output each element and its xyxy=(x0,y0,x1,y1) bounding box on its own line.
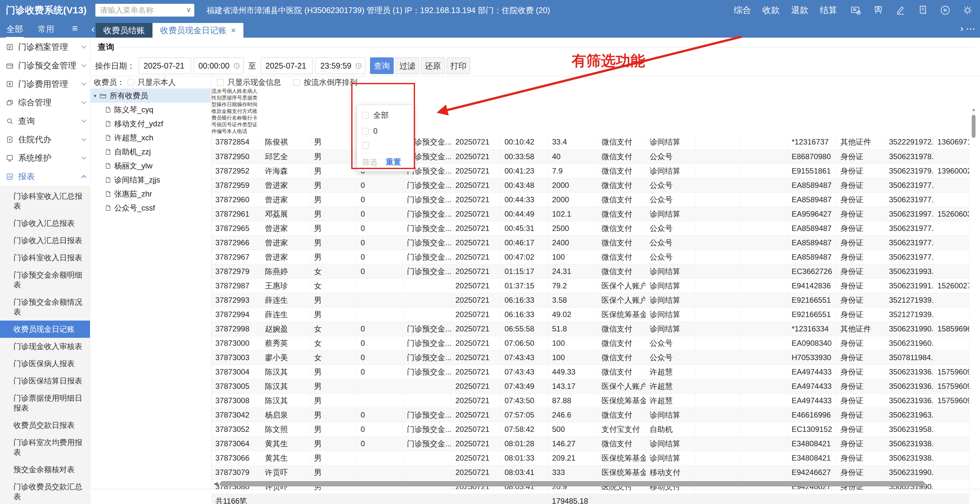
tree-item-cashier-1[interactable]: 移动支付_ydzf xyxy=(91,117,211,131)
sidebar-report-item-11[interactable]: 收费员交款日报表 xyxy=(0,417,90,434)
horizontal-scroll-thumb[interactable] xyxy=(220,481,925,487)
date-to-input[interactable]: 2025-07-21 xyxy=(261,57,313,74)
receipt-icon[interactable] xyxy=(918,5,928,16)
reverse-order-checkbox[interactable] xyxy=(293,79,300,86)
table-row[interactable]: 37873064黄其生男0门诊预交金...2025072108:01:28146… xyxy=(212,436,969,451)
cash-only-checkbox[interactable] xyxy=(217,79,224,86)
search-button[interactable]: 查询 xyxy=(370,57,394,74)
caret-down-icon[interactable]: ▾ xyxy=(94,93,96,99)
filter-button[interactable]: 过滤 xyxy=(396,57,419,74)
table-row[interactable]: 37873042杨启泉男0门诊预交金...2025072107:57:05246… xyxy=(212,408,969,422)
table-row[interactable]: 37872952许海森男0门诊预交金...2025072100:41:237.9… xyxy=(212,164,969,178)
topbar-action-settle[interactable]: 结算 xyxy=(820,5,837,16)
signature-icon[interactable] xyxy=(895,5,906,16)
table-row[interactable]: 37872961邓荔展男0门诊预交金...2025072100:44:49102… xyxy=(212,207,969,221)
sidebar-report-item-9[interactable]: 门诊医保结算日报表 xyxy=(0,372,90,390)
sidebar-report-item-0[interactable]: 门诊科室收入汇总报表 xyxy=(0,188,90,215)
more-icon[interactable]: ⋯ xyxy=(966,23,975,34)
sidebar-item-0[interactable]: 门诊档案管理 xyxy=(0,38,90,56)
only-self-checkbox[interactable] xyxy=(127,79,134,86)
sidebar-report-item-7[interactable]: 门诊现金收入审核表 xyxy=(0,338,90,355)
table-row[interactable]: 37872987王惠珍女2025072101:37:1579.2医保个人账户诊间… xyxy=(212,278,969,293)
time-to-input[interactable]: 23:59:59 xyxy=(315,57,366,74)
tab-1[interactable]: 收费员现金日记账× xyxy=(153,23,243,38)
sidebar-report-item-2[interactable]: 门诊收入汇总日报表 xyxy=(0,232,90,249)
topbar-action-refund[interactable]: 退款 xyxy=(791,5,808,16)
chevron-down-icon[interactable]: ∨ xyxy=(186,6,191,14)
table-row[interactable]: 37872854陈俊祺男0门诊预交金...2025072100:10:4233.… xyxy=(212,135,969,149)
table-row[interactable]: 37873079许贡吓男2025072108:03:41333医保统筹基金移动支… xyxy=(212,465,969,479)
sidebar-report-item-4[interactable]: 门诊预交金余额明细表 xyxy=(0,266,90,294)
si-card-icon[interactable]: SI xyxy=(851,5,861,16)
sidebar-item-4[interactable]: 查询 xyxy=(0,112,90,130)
table-row[interactable]: 37872998赵婉盈女0门诊预交金...2025072106:55:5851.… xyxy=(212,321,969,336)
cell: E86870980 xyxy=(788,149,837,164)
sidebar-report-item-5[interactable]: 门诊预交金余额情况表 xyxy=(0,294,90,321)
tree-item-cashier-6[interactable]: 张惠茹_zhr xyxy=(91,187,211,201)
tree-item-cashier-3[interactable]: 自助机_zzj xyxy=(91,145,211,159)
table-row[interactable]: 37872950邱艺全男0门诊预交金...2025072100:33:5840微… xyxy=(212,149,969,164)
sidebar-item-2[interactable]: 门诊费用管理 xyxy=(0,75,90,93)
table-row[interactable]: 37873005陈汉其男2025072107:43:49143.17医保个人账户… xyxy=(212,379,969,393)
scroll-left-icon[interactable]: ◀ xyxy=(212,480,220,487)
cell: 37872967 xyxy=(212,250,261,264)
tree-item-cashier-0[interactable]: 陈义琴_cyq xyxy=(91,103,211,117)
sidebar-report-item-1[interactable]: 门诊收入汇总报表 xyxy=(0,215,90,232)
table-row[interactable]: 37872967曾进家男0门诊预交金...2025072100:47:02100… xyxy=(212,250,969,264)
sidebar-item-5[interactable]: 住院代办 xyxy=(0,130,90,149)
sidebar-item-6[interactable]: 系统维护 xyxy=(0,149,90,167)
vertical-scroll-thumb[interactable] xyxy=(972,115,975,138)
table-row[interactable]: 37872960曾进家男0门诊预交金...2025072100:44:33200… xyxy=(212,192,969,207)
tree-item-cashier-4[interactable]: 杨丽文_ylw xyxy=(91,159,211,173)
chevron-left-icon[interactable]: ‹ xyxy=(91,23,95,35)
table-row[interactable]: 37872994薛连生男2025072106:16:3349.02医保统筹基金诊… xyxy=(212,307,969,321)
si-circle-icon[interactable]: SI xyxy=(940,5,951,16)
menu-scope-all[interactable]: 全部 xyxy=(6,24,23,35)
topbar-action-summary[interactable]: 综合 xyxy=(734,5,751,16)
table-row[interactable]: 37873008陈汉其男2025072107:43:5087.88医保统筹基金许… xyxy=(212,393,969,408)
sidebar-report-item-3[interactable]: 门诊科室收入日报表 xyxy=(0,249,90,266)
chevron-right-icon[interactable]: › xyxy=(960,23,963,34)
table-row[interactable]: 37872979陈燕婷女0门诊预交金...2025072101:15:1724.… xyxy=(212,264,969,278)
topbar-action-collect[interactable]: 收款 xyxy=(762,5,780,16)
menu-scope-common[interactable]: 常用 xyxy=(38,24,54,35)
time-from-input[interactable]: 00:00:00 xyxy=(194,57,244,74)
table-row[interactable]: 37872965曾进家男0门诊预交金...2025072100:45:31250… xyxy=(212,221,969,235)
gear-icon[interactable] xyxy=(962,5,973,16)
table-row[interactable]: 37873003廖小美女0门诊预交金...2025072107:43:43100… xyxy=(212,350,969,365)
table-row[interactable]: 37873052陈文照男0门诊预交金...2025072107:58:42500… xyxy=(212,422,969,436)
tree-root-all-cashiers[interactable]: ▾ 所有收费员 xyxy=(91,89,211,103)
board-clock-icon[interactable] xyxy=(873,5,884,16)
cell: 3506231997... xyxy=(885,207,934,221)
close-tab-icon[interactable]: × xyxy=(231,25,236,35)
scroll-up-icon[interactable]: ▲ xyxy=(970,106,977,113)
vertical-scrollbar[interactable]: ▲ xyxy=(970,106,977,463)
tree-item-cashier-7[interactable]: 公众号_cssf xyxy=(91,201,211,215)
sidebar-item-3[interactable]: 综合管理 xyxy=(0,93,90,112)
sidebar-item-7[interactable]: 报表 xyxy=(0,167,90,186)
sidebar-report-item-10[interactable]: 门诊票据使用明细日报表 xyxy=(0,390,90,417)
cell: E34808421 xyxy=(788,451,837,465)
table-row[interactable]: 37872966曾进家男0门诊预交金...2025072100:46:17240… xyxy=(212,235,969,250)
sidebar-report-item-6[interactable]: 收费员现金日记账 xyxy=(0,321,90,338)
cell xyxy=(403,379,452,393)
tree-item-cashier-2[interactable]: 许超慧_xch xyxy=(91,131,211,145)
tree-item-cashier-5[interactable]: 诊间结算_zjjs xyxy=(91,173,211,187)
cell: 诊间结算 xyxy=(646,164,695,178)
collapse-menu-icon[interactable]: ≡ xyxy=(72,23,78,34)
tab-0[interactable]: 收费员结账 xyxy=(96,23,153,38)
sidebar-report-item-14[interactable]: 门诊收费员交款汇总表 xyxy=(0,478,90,504)
sidebar-item-1[interactable]: 门诊预交金管理 xyxy=(0,56,90,75)
table-row[interactable]: 37873000蔡秀英女0门诊预交金...2025072107:06:50100… xyxy=(212,336,969,350)
sidebar-report-item-12[interactable]: 门诊科室次均费用报表 xyxy=(0,434,90,461)
table-row[interactable]: 37872959曾进家男0门诊预交金...2025072100:43:48200… xyxy=(212,178,969,192)
date-from-input[interactable]: 2025-07-21 xyxy=(139,57,191,74)
table-row[interactable]: 37873066黄其生男2025072108:01:33209.21医保统筹基金… xyxy=(212,451,969,465)
sidebar-report-item-8[interactable]: 门诊医保病人报表 xyxy=(0,355,90,372)
table-row[interactable]: 37872993薛连生男2025072106:16:333.58医保个人账户诊间… xyxy=(212,293,969,307)
horizontal-scrollbar[interactable]: ◀ xyxy=(212,480,977,487)
sidebar-report-item-13[interactable]: 预交金余额核对表 xyxy=(0,461,90,478)
table-row[interactable]: 37873004陈汉其男0门诊预交金...2025072107:43:43449… xyxy=(212,365,969,379)
menu-search-input[interactable] xyxy=(95,4,194,17)
cell xyxy=(356,379,403,393)
